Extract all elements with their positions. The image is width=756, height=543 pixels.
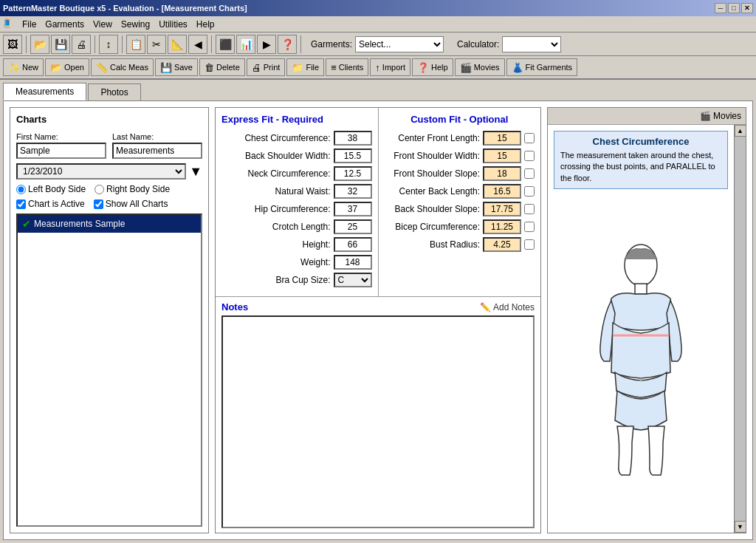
chart-active-option[interactable]: Chart is Active [16, 199, 85, 209]
date-select[interactable]: 1/23/2010 [16, 163, 186, 180]
bicep-circumference-row: Bicep Circumference: [385, 219, 535, 234]
new-button[interactable]: ✨New [3, 58, 44, 76]
menu-utilities[interactable]: Utilities [154, 18, 192, 31]
add-notes-button[interactable]: ✏️ Add Notes [480, 302, 535, 313]
delete-button[interactable]: 🗑Delete [199, 58, 245, 76]
tab-photos[interactable]: Photos [88, 83, 140, 100]
svg-point-3 [639, 378, 642, 381]
separator4 [211, 35, 212, 53]
toolbar1: 🖼 📂 💾 🖨 ↕ 📋 ✂ 📐 ◀ ⬛ 📊 ▶ ❓ Garments: Sele… [0, 33, 756, 56]
center-back-length-input[interactable] [483, 184, 521, 199]
weight-input[interactable] [334, 255, 372, 270]
tb-btn-1[interactable]: 🖼 [3, 35, 22, 54]
garments-select[interactable]: Select... [355, 36, 444, 52]
film-icon: 🎬 [700, 111, 711, 121]
first-name-input[interactable] [16, 143, 106, 159]
tb-btn-10[interactable]: ⬛ [216, 35, 235, 54]
info-box-title: Chest Circumference [560, 136, 721, 147]
calendar-icon[interactable]: ▼ [189, 164, 202, 180]
tb-btn-5[interactable]: ↕ [99, 35, 118, 54]
hip-circumference-label: Hip Circumference: [221, 204, 331, 214]
charts-panel: Charts First Name: Last Name: 1/23/2010 … [10, 107, 209, 533]
garments-label: Garments: [311, 39, 352, 49]
last-name-input[interactable] [112, 143, 202, 159]
menu-garments[interactable]: Garments [41, 18, 89, 31]
hip-circumference-input[interactable] [334, 202, 372, 216]
fit-garments-button[interactable]: 👗Fit Garments [506, 58, 578, 76]
chart-active-label: Chart is Active [28, 199, 85, 209]
weight-label: Weight: [221, 257, 331, 267]
menu-view[interactable]: View [89, 18, 117, 31]
back-shoulder-width-input[interactable] [334, 148, 372, 163]
movies-toolbar-button[interactable]: 🎬Movies [455, 58, 505, 76]
weight-row: Weight: [221, 255, 372, 270]
menu-bar: 🧵 File Garments View Sewing Utilities He… [0, 16, 756, 33]
separator2 [94, 35, 95, 53]
movies-button[interactable]: 🎬 Movies [700, 111, 741, 121]
calculator-select[interactable] [502, 36, 561, 52]
tb-btn-7[interactable]: ✂ [147, 35, 166, 54]
tb-btn-2[interactable]: 📂 [30, 35, 49, 54]
tab-measurements[interactable]: Measurements [3, 83, 86, 100]
chart-active-checkbox[interactable] [16, 199, 26, 209]
show-all-charts-checkbox[interactable] [94, 199, 103, 209]
right-body-side-option[interactable]: Right Body Side [94, 184, 170, 194]
front-shoulder-slope-checkbox[interactable] [524, 168, 535, 179]
save-button[interactable]: 💾Save [155, 58, 198, 76]
chart-list-item[interactable]: ✔ Measurements Sample [18, 215, 201, 233]
maximize-button[interactable]: □ [728, 3, 740, 13]
menu-sewing[interactable]: Sewing [117, 18, 154, 31]
name-row: First Name: Last Name: [16, 132, 202, 159]
import-button[interactable]: ↑Import [370, 58, 410, 76]
menu-help[interactable]: Help [192, 18, 219, 31]
height-input[interactable] [334, 237, 372, 252]
tb-btn-11[interactable]: 📊 [236, 35, 255, 54]
clients-button[interactable]: ≡Clients [326, 58, 368, 76]
tb-btn-4[interactable]: 🖨 [72, 35, 91, 54]
chart-list: ✔ Measurements Sample [16, 214, 202, 527]
natural-waist-input[interactable] [334, 184, 372, 199]
front-shoulder-width-checkbox[interactable] [524, 151, 535, 161]
scroll-down-button[interactable]: ▼ [735, 521, 746, 533]
tb-btn-6[interactable]: 📋 [126, 35, 145, 54]
movies-label: Movies [713, 111, 741, 121]
tb-btn-3[interactable]: 💾 [51, 35, 70, 54]
bicep-circumference-input[interactable] [483, 219, 521, 234]
bust-radius-input[interactable] [483, 237, 521, 252]
back-shoulder-slope-input[interactable] [483, 202, 521, 216]
file-button[interactable]: 📁File [286, 58, 324, 76]
menu-file[interactable]: File [18, 18, 41, 31]
calculator-label: Calculator: [457, 39, 499, 49]
crotch-length-input[interactable] [334, 219, 372, 234]
back-shoulder-slope-checkbox[interactable] [524, 204, 535, 214]
minimize-button[interactable]: ─ [715, 3, 726, 13]
tb-btn-9[interactable]: ◀ [188, 35, 207, 54]
show-all-charts-option[interactable]: Show All Charts [94, 199, 168, 209]
tb-btn-12[interactable]: ▶ [257, 35, 276, 54]
bicep-circumference-checkbox[interactable] [524, 222, 535, 232]
tb-btn-8[interactable]: 📐 [168, 35, 187, 54]
print-button[interactable]: 🖨Print [247, 58, 286, 76]
front-shoulder-slope-input[interactable] [483, 166, 521, 181]
center-front-length-checkbox[interactable] [524, 133, 535, 143]
chest-circumference-input[interactable] [334, 131, 372, 146]
tb-btn-13[interactable]: ❓ [278, 35, 297, 54]
left-body-side-radio[interactable] [16, 185, 26, 194]
help-button[interactable]: ❓Help [412, 58, 453, 76]
back-shoulder-width-row: Back Shoulder Width: [221, 148, 372, 163]
scroll-up-button[interactable]: ▲ [735, 125, 746, 137]
calc-meas-button[interactable]: 📏Calc Meas [91, 58, 154, 76]
open-button[interactable]: 📂Open [45, 58, 89, 76]
center-front-length-input[interactable] [483, 131, 521, 146]
left-body-side-label: Left Body Side [28, 184, 86, 194]
content-panel: Charts First Name: Last Name: 1/23/2010 … [3, 100, 753, 540]
front-shoulder-width-input[interactable] [483, 148, 521, 163]
right-body-side-radio[interactable] [94, 185, 104, 194]
left-body-side-option[interactable]: Left Body Side [16, 184, 86, 194]
notes-textarea[interactable] [221, 315, 535, 528]
center-back-length-checkbox[interactable] [524, 186, 535, 197]
bust-radius-checkbox[interactable] [524, 239, 535, 250]
neck-circumference-input[interactable] [334, 166, 372, 181]
close-button[interactable]: ✕ [741, 3, 753, 13]
bra-cup-select[interactable]: A B C D DD [334, 273, 372, 287]
